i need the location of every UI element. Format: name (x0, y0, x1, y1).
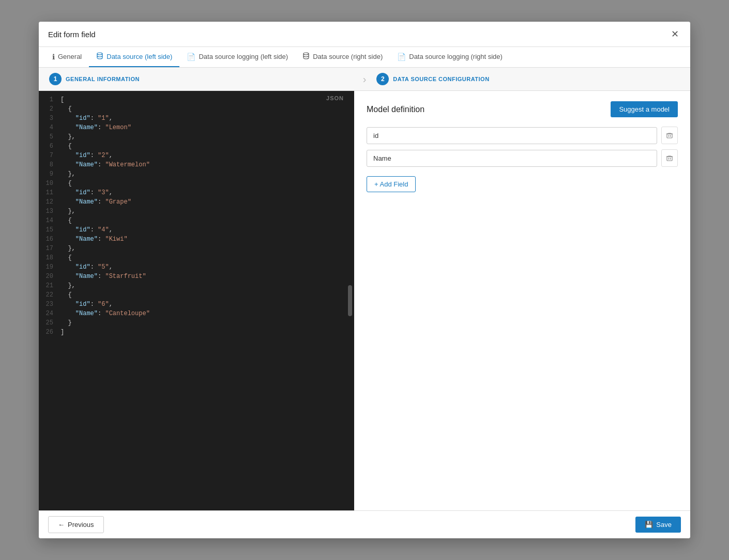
svg-rect-2 (667, 134, 672, 138)
tab-datasource-right-label: Data source (right side) (313, 53, 383, 60)
info-icon: ℹ (52, 53, 55, 61)
code-editor[interactable]: 12345 678910 1112131415 1617181920 21222… (39, 91, 354, 510)
step-1: 1 GENERAL INFORMATION (49, 73, 353, 85)
trash-icon-1 (666, 154, 673, 162)
trash-icon-0 (666, 132, 673, 139)
datasource-right-icon (302, 52, 310, 61)
previous-button[interactable]: ← Previous (48, 516, 104, 533)
step-2-circle: 2 (376, 73, 389, 85)
tab-datasource-left-label: Data source (left side) (107, 53, 172, 60)
save-button[interactable]: 💾 Save (635, 517, 681, 533)
delete-field-1-button[interactable] (661, 149, 678, 167)
tab-general[interactable]: ℹ General (45, 47, 89, 67)
arrow-left-icon: ← (58, 521, 65, 528)
svg-point-1 (303, 53, 309, 55)
json-label: JSON (326, 95, 344, 101)
step-2: 2 DATA SOURCE CONFIGURATION (376, 73, 680, 85)
tab-datasource-left[interactable]: Data source (left side) (89, 47, 179, 67)
tabs-bar: ℹ General Data source (left side) 📄 Data… (39, 47, 690, 68)
svg-rect-6 (667, 157, 672, 161)
field-row-1 (367, 149, 678, 167)
modal-title: Edit form field (48, 30, 96, 39)
line-numbers: 12345 678910 1112131415 1617181920 21222… (39, 91, 58, 510)
modal-overlay: Edit form field ✕ ℹ General Data source … (0, 0, 729, 560)
step-2-label: DATA SOURCE CONFIGURATION (393, 76, 489, 82)
add-field-button[interactable]: + Add Field (367, 176, 416, 192)
svg-point-0 (97, 53, 102, 55)
close-button[interactable]: ✕ (669, 28, 681, 40)
tab-datasource-logging-right-label: Data source logging (right side) (409, 53, 503, 60)
step-1-circle: 1 (49, 73, 62, 85)
section-title: Model definition (367, 105, 424, 114)
field-input-0[interactable] (367, 127, 657, 144)
scrollbar-thumb[interactable] (348, 285, 352, 316)
step-divider: › (363, 73, 367, 85)
tab-datasource-logging-left-label: Data source logging (left side) (199, 53, 288, 60)
field-input-1[interactable] (367, 150, 657, 167)
right-panel: Model definition Suggest a model (354, 91, 690, 510)
modal-header: Edit form field ✕ (39, 22, 690, 47)
modal-footer: ← Previous 💾 Save (39, 510, 690, 538)
modal: Edit form field ✕ ℹ General Data source … (39, 22, 690, 538)
tab-general-label: General (58, 53, 82, 60)
datasource-icon (96, 52, 103, 61)
log-icon-left: 📄 (187, 53, 195, 61)
code-content: [ { "id": "1", "Name": "Lemon" }, { "id"… (58, 91, 354, 510)
field-row-0 (367, 127, 678, 144)
step-1-label: GENERAL INFORMATION (66, 76, 140, 82)
tab-datasource-right[interactable]: Data source (right side) (295, 47, 390, 67)
suggest-model-button[interactable]: Suggest a model (611, 101, 678, 117)
save-icon: 💾 (645, 521, 653, 528)
tab-datasource-logging-left[interactable]: 📄 Data source logging (left side) (179, 47, 295, 67)
tab-datasource-logging-right[interactable]: 📄 Data source logging (right side) (390, 47, 510, 67)
delete-field-0-button[interactable] (661, 127, 678, 144)
section-header: Model definition Suggest a model (367, 101, 678, 117)
code-panel: JSON 12345 678910 1112131415 1617181920 … (39, 91, 354, 510)
modal-body: JSON 12345 678910 1112131415 1617181920 … (39, 91, 690, 510)
steps-bar: 1 GENERAL INFORMATION › 2 DATA SOURCE CO… (39, 68, 690, 91)
log-icon-right: 📄 (397, 53, 406, 61)
